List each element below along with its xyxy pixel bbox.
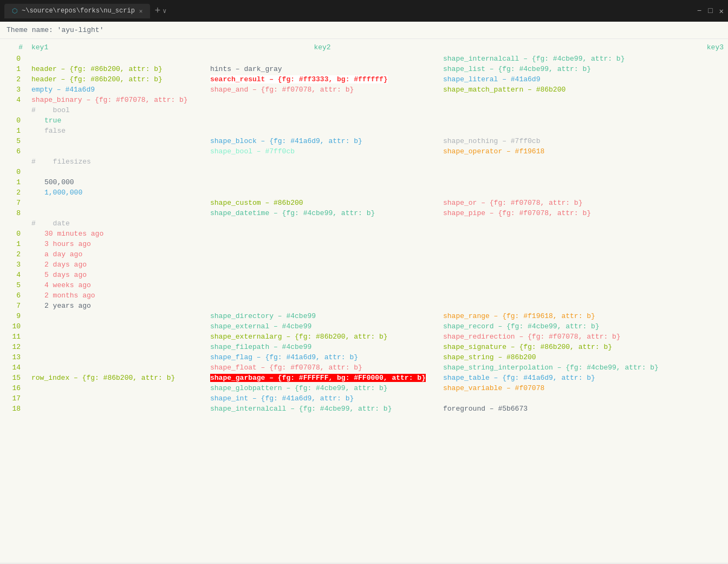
row-key2-bool-false	[206, 126, 439, 136]
table-row: 8 shape_datetime – {fg: #4cbe99, attr: b…	[0, 208, 728, 218]
table-row-comment-date: # date	[0, 218, 728, 229]
row-num-3: 3	[0, 85, 27, 95]
row-key3-9: shape_range – {fg: #f19618, attr: b}	[439, 311, 728, 321]
row-key3-2: shape_literal – #41a6d9	[439, 74, 728, 85]
row-num-16: 16	[0, 383, 27, 393]
row-key2-date-5	[206, 280, 439, 290]
row-key1-date-7: 2 years ago	[27, 301, 206, 311]
table-row-date-7: 7 2 years ago	[0, 301, 728, 311]
row-num-date-4: 4	[0, 270, 27, 280]
row-key1-comment-filesizes: # filesizes	[27, 157, 206, 167]
table-row-bool-true: 0 true	[0, 115, 728, 126]
row-key1-14	[27, 362, 206, 373]
col-key1-header: key1	[27, 41, 206, 54]
table-row-filesize-2: 2 1,000,000	[0, 187, 728, 198]
table-row: 10 shape_external – #4cbe99 shape_record…	[0, 321, 728, 332]
row-num-date-3: 3	[0, 260, 27, 270]
tab-chevron-button[interactable]: ∨	[162, 7, 166, 15]
table-row-date-4: 4 5 days ago	[0, 270, 728, 280]
row-num-date-6: 6	[0, 290, 27, 301]
row-key2-0	[206, 54, 439, 64]
main-content[interactable]: # key1 key2 key3 0 shape_internalcall – …	[0, 39, 728, 563]
row-key1-3: empty – #41a6d9	[27, 85, 206, 95]
table-row: 18 shape_internalcall – {fg: #4cbe99, at…	[0, 404, 728, 414]
row-key1-comment-date: # date	[27, 218, 206, 229]
new-tab-button[interactable]: +	[154, 5, 160, 16]
row-key2-6: shape_bool – #7ff0cb	[206, 146, 439, 157]
row-key2-17: shape_int – {fg: #41a6d9, attr: b}	[206, 393, 439, 404]
row-key3-date-2	[439, 249, 728, 260]
row-key3-bool-false	[439, 126, 728, 136]
row-num-15: 15	[0, 373, 27, 383]
row-key3-8: shape_pipe – {fg: #f07078, attr: b}	[439, 208, 728, 218]
row-key3-filesize-1	[439, 177, 728, 187]
row-num-comment-filesizes	[0, 157, 27, 167]
row-key3-date-4	[439, 270, 728, 280]
row-key1-filesize-2: 1,000,000	[27, 187, 206, 198]
row-num-13: 13	[0, 352, 27, 362]
active-tab[interactable]: ⬡ ~\source\repos\forks\nu_scrip ✕	[4, 4, 150, 18]
row-key2-2: search_result – {fg: #ff3333, bg: #fffff…	[206, 74, 439, 85]
col-key2-header: key2	[206, 41, 439, 54]
row-num-date-7: 7	[0, 301, 27, 311]
row-key2-date-0	[206, 229, 439, 239]
row-key1-date-6: 2 months ago	[27, 290, 206, 301]
row-key3-comment-filesizes	[439, 157, 728, 167]
table-row-filesize-0: 0	[0, 167, 728, 177]
row-key3-comment-bool	[439, 105, 728, 115]
row-key1-comment-bool: # bool	[27, 105, 206, 115]
minimize-button[interactable]: −	[697, 7, 701, 16]
table-row: 14 shape_float – {fg: #f07078, attr: b} …	[0, 362, 728, 373]
table-row: 3 empty – #41a6d9 shape_and – {fg: #f070…	[0, 85, 728, 95]
row-num-comment-date	[0, 218, 27, 229]
row-key2-9: shape_directory – #4cbe99	[206, 311, 439, 321]
table-row: 16 shape_globpattern – {fg: #4cbe99, att…	[0, 383, 728, 393]
maximize-button[interactable]: □	[708, 7, 712, 16]
table-row-filesize-1: 1 500,000	[0, 177, 728, 187]
row-key3-3: shape_match_pattern – #86b200	[439, 85, 728, 95]
row-key3-filesize-2	[439, 187, 728, 198]
row-key3-15: shape_table – {fg: #41a6d9, attr: b}	[439, 373, 728, 383]
row-key3-date-1	[439, 239, 728, 249]
row-key3-date-0	[439, 229, 728, 239]
row-key1-4: shape_binary – {fg: #f07078, attr: b}	[27, 95, 206, 105]
row-key3-date-3	[439, 260, 728, 270]
theme-name-text: Theme name: 'ayu-light'	[6, 26, 103, 34]
row-num-date-1: 1	[0, 239, 27, 249]
row-key3-5: shape_nothing – #7ff0cb	[439, 136, 728, 146]
row-key2-3: shape_and – {fg: #f07078, attr: b}	[206, 85, 439, 95]
table-row-date-3: 3 2 days ago	[0, 260, 728, 270]
row-key1-1: header – {fg: #86b200, attr: b}	[27, 64, 206, 74]
row-key2-4	[206, 95, 439, 105]
table-row: 13 shape_flag – {fg: #41a6d9, attr: b} s…	[0, 352, 728, 362]
row-num-date-5: 5	[0, 280, 27, 290]
row-key1-2: header – {fg: #86b200, attr: b}	[27, 74, 206, 85]
row-key2-comment-filesizes	[206, 157, 439, 167]
table-row-date-6: 6 2 months ago	[0, 290, 728, 301]
row-num-0: 0	[0, 54, 27, 64]
row-key2-filesize-2	[206, 187, 439, 198]
row-key1-11	[27, 332, 206, 342]
row-key1-6	[27, 146, 206, 157]
row-key2-16: shape_globpattern – {fg: #4cbe99, attr: …	[206, 383, 439, 393]
table-row-date-1: 1 3 hours ago	[0, 239, 728, 249]
row-key1-date-3: 2 days ago	[27, 260, 206, 270]
tab-label: ~\source\repos\forks\nu_scrip	[22, 7, 135, 15]
row-key2-8: shape_datetime – {fg: #4cbe99, attr: b}	[206, 208, 439, 218]
row-key2-11: shape_externalarg – {fg: #86b200, attr: …	[206, 332, 439, 342]
tab-close-button[interactable]: ✕	[139, 8, 143, 15]
table-row: 0 shape_internalcall – {fg: #4cbe99, att…	[0, 54, 728, 64]
row-key1-12	[27, 342, 206, 352]
row-num-6: 6	[0, 146, 27, 157]
row-num-date-0: 0	[0, 229, 27, 239]
table-row-date-0: 0 30 minutes ago	[0, 229, 728, 239]
row-key3-7: shape_or – {fg: #f07078, attr: b}	[439, 198, 728, 208]
row-num-bool-false: 1	[0, 126, 27, 136]
row-key1-date-5: 4 weeks ago	[27, 280, 206, 290]
table-row: 7 shape_custom – #86b200 shape_or – {fg:…	[0, 198, 728, 208]
row-key3-16: shape_variable – #f07078	[439, 383, 728, 393]
row-key3-4	[439, 95, 728, 105]
row-num-7: 7	[0, 198, 27, 208]
row-num-date-2: 2	[0, 249, 27, 260]
close-button[interactable]: ✕	[719, 7, 724, 16]
